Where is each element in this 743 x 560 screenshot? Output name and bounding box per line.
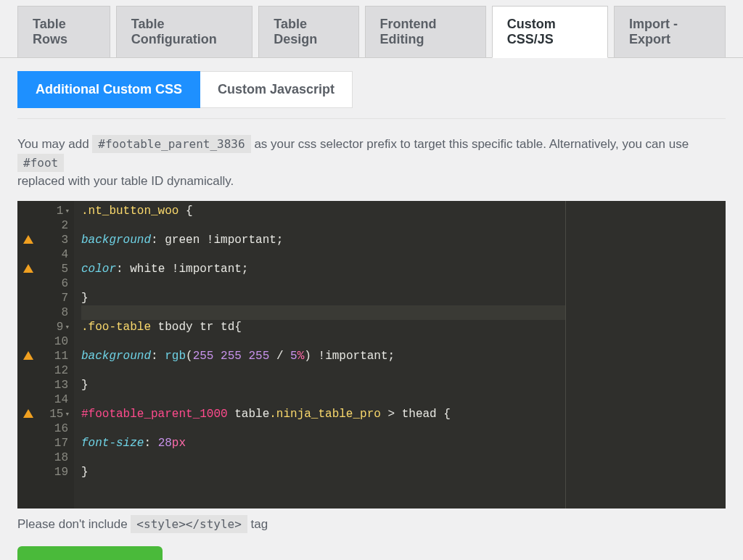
gutter-line: 11 <box>17 349 74 363</box>
code-line[interactable]: } <box>81 378 565 392</box>
subtab-custom-js[interactable]: Custom Javascript <box>200 71 353 108</box>
fold-icon[interactable]: ▾ <box>65 407 70 421</box>
gutter-line: 9▾ <box>17 320 74 334</box>
editor-code-area[interactable]: .nt_button_woo {background: green !impor… <box>74 201 566 508</box>
code-line[interactable]: .foo-table tbody tr td{ <box>81 320 565 334</box>
gutter-line: 3 <box>17 233 74 247</box>
code-line[interactable] <box>81 276 565 291</box>
gutter-line: 1▾ <box>17 204 74 218</box>
tab-content: Additional Custom CSS Custom Javascript … <box>0 58 743 560</box>
code-line[interactable]: } <box>81 291 565 305</box>
gutter-line: 2 <box>17 218 74 233</box>
css-code-editor[interactable]: 1▾2 3 4 5 6 7 8 9▾10 11 12 13 14 15▾16 1… <box>17 201 726 508</box>
code-line[interactable] <box>81 305 565 320</box>
code-line[interactable]: font-size: 28px <box>81 436 565 450</box>
code-line[interactable] <box>81 450 565 465</box>
tab-impexp[interactable]: Import - Export <box>614 6 726 57</box>
save-custom-css-button[interactable]: Save Custom CSS <box>17 546 163 561</box>
code-line[interactable] <box>81 218 565 233</box>
code-line[interactable] <box>81 363 565 378</box>
code-line[interactable]: background: rgb(255 255 255 / 5%) !impor… <box>81 349 565 363</box>
warning-icon <box>23 264 33 273</box>
gutter-line: 4 <box>17 247 74 262</box>
gutter-line: 14 <box>17 392 74 407</box>
tab-cssjs[interactable]: Custom CSS/JS <box>492 6 608 58</box>
help-text: You may add #footable_parent_3836 as you… <box>17 135 726 191</box>
code-line[interactable]: #footable_parent_1000 table.ninja_table_… <box>81 407 565 421</box>
selector-chip-alt: #foot <box>17 154 64 172</box>
warning-icon <box>23 409 33 418</box>
editor-right-rail <box>566 201 726 508</box>
fold-icon[interactable]: ▾ <box>65 320 70 334</box>
code-line[interactable] <box>81 247 565 262</box>
warning-icon <box>23 351 33 360</box>
gutter-line: 17 <box>17 436 74 450</box>
code-line[interactable]: .nt_button_woo { <box>81 204 565 218</box>
gutter-line: 8 <box>17 305 74 320</box>
gutter-line: 5 <box>17 262 74 276</box>
code-line[interactable]: color: white !important; <box>81 262 565 276</box>
tab-rows[interactable]: Table Rows <box>17 6 110 57</box>
tab-frontend[interactable]: Frontend Editing <box>365 6 486 57</box>
gutter-line: 12 <box>17 363 74 378</box>
code-line[interactable] <box>81 392 565 407</box>
gutter-line: 18 <box>17 450 74 465</box>
gutter-line: 15▾ <box>17 407 74 421</box>
fold-icon[interactable]: ▾ <box>65 204 70 218</box>
gutter-line: 10 <box>17 334 74 349</box>
code-line[interactable]: } <box>81 465 565 479</box>
footer-hint: Please don't include <style></style> tag <box>17 517 726 532</box>
warning-icon <box>23 235 33 244</box>
tabs-primary: Table Rows Table Configuration Table Des… <box>0 0 743 58</box>
tabs-secondary: Additional Custom CSS Custom Javascript <box>17 71 726 119</box>
code-line[interactable] <box>81 334 565 349</box>
code-line[interactable]: background: green !important; <box>81 233 565 247</box>
style-tag-chip: <style></style> <box>131 515 247 533</box>
gutter-line: 6 <box>17 276 74 291</box>
gutter-line: 13 <box>17 378 74 392</box>
subtab-additional-css[interactable]: Additional Custom CSS <box>17 71 200 108</box>
gutter-line: 19 <box>17 465 74 479</box>
gutter-line: 16 <box>17 421 74 436</box>
code-line[interactable] <box>81 421 565 436</box>
tab-design[interactable]: Table Design <box>258 6 358 57</box>
tab-config[interactable]: Table Configuration <box>116 6 253 57</box>
editor-gutter: 1▾2 3 4 5 6 7 8 9▾10 11 12 13 14 15▾16 1… <box>17 201 74 508</box>
gutter-line: 7 <box>17 291 74 305</box>
selector-chip: #footable_parent_3836 <box>92 135 250 153</box>
